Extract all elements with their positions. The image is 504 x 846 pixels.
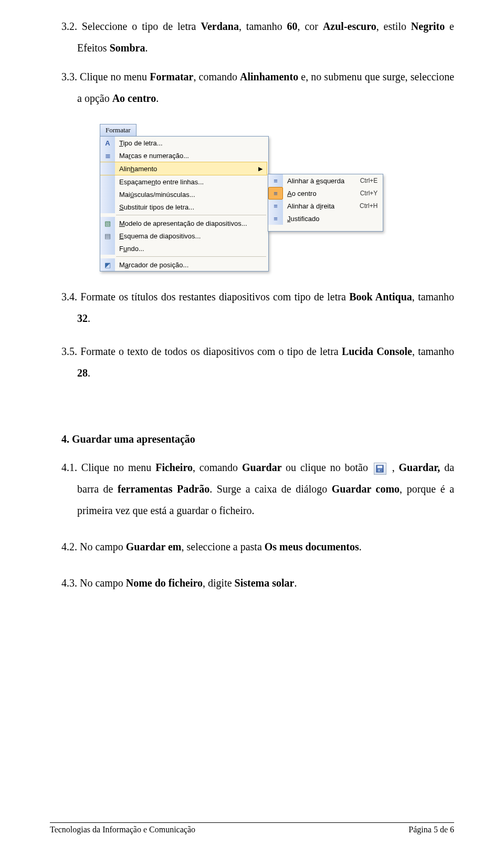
save-icon[interactable] xyxy=(374,463,386,475)
shortcut-label: Ctrl+Y xyxy=(360,190,383,197)
document-page: 3.2. Seleccione o tipo de letra Verdana,… xyxy=(0,0,504,846)
menu-item-alinhamento[interactable]: Alinhamento ▶ xyxy=(100,162,267,175)
text-bold: 28 xyxy=(77,367,88,379)
text: , seleccione a pasta xyxy=(182,541,265,552)
blank-icon xyxy=(100,162,115,175)
paragraph-4-1: 4.1. Clique no menu Ficheiro, comando Gu… xyxy=(50,457,454,521)
text-bold: Guardar xyxy=(242,462,286,473)
paragraph-3-3: 3.3. Clique no menu Formatar, comando Al… xyxy=(50,66,454,109)
submenu-item-align-right[interactable]: ≡ Alinhar à direita Ctrl+H xyxy=(268,200,383,212)
menu-item-modelo[interactable]: ▧ Modelo de apresentação de diapositivos… xyxy=(100,217,268,229)
paragraph-4-3: 4.3. No campo Nome do ficheiro, digite S… xyxy=(50,572,454,594)
paragraph-3-5: 3.5. Formate o texto de todos os diaposi… xyxy=(50,341,454,384)
text-bold: Nome do ficheiro xyxy=(126,577,203,589)
menu-separator xyxy=(116,215,266,215)
text-bold: Lucida Console xyxy=(342,346,412,357)
text: , cor xyxy=(298,20,323,32)
text: . Surge a caixa de diálogo xyxy=(209,483,332,495)
text: , tamanho xyxy=(412,291,454,302)
paragraph-3-4: 3.4. Formate os títulos dos restantes di… xyxy=(50,286,454,329)
menu-item-substituir[interactable]: Substituir tipos de letra... xyxy=(100,201,268,213)
align-right-icon: ≡ xyxy=(268,200,283,212)
page-footer: Tecnologias da Informação e Comunicação … xyxy=(50,822,454,834)
text: 3.2. Seleccione o tipo de letra xyxy=(61,20,201,32)
bullets-icon: ≣ xyxy=(100,149,115,162)
text: 3.3. Clique no menu xyxy=(61,71,150,82)
menu-item-maiusculas[interactable]: Maiúsculas/minúsculas... xyxy=(100,188,268,201)
blank-icon xyxy=(100,188,115,201)
text-bold: Alinhamento xyxy=(240,71,298,82)
text: , tamanho xyxy=(239,20,287,32)
submenu-item-align-center[interactable]: ≡ Ao centro Ctrl+Y xyxy=(268,187,383,200)
menu-screenshot: Formatar A Tipo de letra... ≣ Marcas e n… xyxy=(100,124,454,271)
blank-icon xyxy=(100,242,115,255)
svg-rect-3 xyxy=(381,469,382,471)
svg-rect-1 xyxy=(377,466,382,468)
text-bold: Negrito xyxy=(411,20,445,32)
paragraph-3-2: 3.2. Seleccione o tipo de letra Verdana,… xyxy=(50,16,454,59)
text-bold: Formatar xyxy=(150,71,193,82)
menu-item-esquema[interactable]: ▤ Esquema de diapositivos... xyxy=(100,229,268,242)
footer-rule xyxy=(50,822,454,823)
blank-icon xyxy=(100,201,115,213)
align-center-icon: ≡ xyxy=(268,187,283,200)
text: , comando xyxy=(193,462,242,473)
text: . xyxy=(156,92,159,104)
slide-design-icon: ▧ xyxy=(100,217,115,229)
text: , xyxy=(388,462,399,473)
text: . xyxy=(88,312,90,324)
text: , digite xyxy=(203,577,235,589)
submenu-item-align-left[interactable]: ≡ Alinhar à esquerda Ctrl+E xyxy=(268,174,383,187)
menu-separator xyxy=(116,256,266,257)
text-bold: Os meus documentos xyxy=(265,541,359,552)
menu-item-espacamento[interactable]: Espaçamento entre linhas... xyxy=(100,175,268,188)
text-bold: Verdana xyxy=(201,20,239,32)
text-bold: 60 xyxy=(287,20,298,32)
menu-panel-main: A Tipo de letra... ≣ Marcas e numeração.… xyxy=(100,136,269,271)
menu-item-marcas[interactable]: ≣ Marcas e numeração... xyxy=(100,149,268,162)
menu-tab-formatar[interactable]: Formatar xyxy=(100,124,136,137)
text-bold: Sistema solar xyxy=(235,577,295,589)
menu-item-label: ipo de letra... xyxy=(123,139,162,147)
text: , comando xyxy=(194,71,240,82)
align-justify-icon: ≡ xyxy=(268,212,283,225)
font-icon: A xyxy=(100,137,115,149)
menu-item-tipo-de-letra[interactable]: A Tipo de letra... xyxy=(100,137,268,149)
shortcut-label: Ctrl+E xyxy=(360,177,383,184)
text: 4.2. No campo xyxy=(61,541,126,552)
text: , estilo xyxy=(376,20,411,32)
text: 3.4. Formate os títulos dos restantes di… xyxy=(61,291,349,302)
blank-icon xyxy=(100,175,115,188)
footer-right: Página 5 de 6 xyxy=(408,825,454,834)
text-bold: Guardar, xyxy=(399,462,445,473)
placeholder-icon: ◩ xyxy=(100,258,115,271)
text: . xyxy=(359,541,362,552)
text-bold: Ao centro xyxy=(112,92,156,104)
text-bold: Book Antiqua xyxy=(349,291,412,302)
text-bold: Ficheiro xyxy=(155,462,193,473)
submenu-item-justify[interactable]: ≡ Justificado xyxy=(268,212,383,225)
text: . xyxy=(294,577,297,589)
text: . xyxy=(145,42,148,54)
text-bold: Guardar como xyxy=(332,483,400,495)
paragraph-4-2: 4.2. No campo Guardar em, seleccione a p… xyxy=(50,536,454,558)
text: 4.3. No campo xyxy=(61,577,126,589)
shortcut-label: Ctrl+H xyxy=(360,202,383,210)
text: 3.5. Formate o texto de todos os diaposi… xyxy=(61,346,342,357)
text-bold: Guardar em xyxy=(126,541,182,552)
submenu-arrow-icon: ▶ xyxy=(258,165,267,172)
menu-item-marcador[interactable]: ◩ Marcador de posição... xyxy=(100,258,268,271)
menu-panel-submenu: ≡ Alinhar à esquerda Ctrl+E ≡ Ao centro … xyxy=(268,174,383,232)
text: . xyxy=(88,367,90,379)
align-left-icon: ≡ xyxy=(268,174,283,187)
text-bold: 32 xyxy=(77,312,88,324)
heading-4: 4. Guardar uma apresentação xyxy=(61,433,454,445)
text-bold: Sombra xyxy=(110,42,145,54)
slide-layout-icon: ▤ xyxy=(100,229,115,242)
menu-item-fundo[interactable]: Fundo... xyxy=(100,242,268,255)
footer-left: Tecnologias da Informação e Comunicação xyxy=(50,825,195,834)
text-bold: Azul-escuro xyxy=(323,20,376,32)
text: ou clique no botão xyxy=(286,462,372,473)
text: 4.1. Clique no menu xyxy=(61,462,155,473)
text-bold: ferramentas Padrão xyxy=(118,483,209,495)
